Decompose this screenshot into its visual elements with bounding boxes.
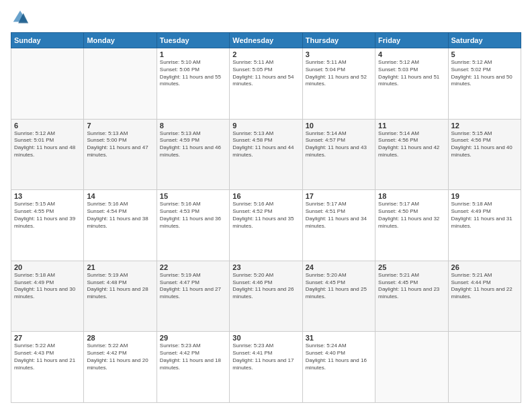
day-number: 30	[232, 334, 299, 342]
day-number: 11	[378, 122, 445, 130]
day-number: 23	[232, 263, 299, 271]
calendar-cell: 11Sunrise: 5:14 AM Sunset: 4:56 PM Dayli…	[375, 119, 448, 190]
day-info: Sunrise: 5:19 AM Sunset: 4:47 PM Dayligh…	[160, 272, 226, 301]
day-info: Sunrise: 5:23 AM Sunset: 4:41 PM Dayligh…	[232, 342, 299, 371]
day-number: 4	[378, 50, 445, 58]
calendar-cell: 6Sunrise: 5:12 AM Sunset: 5:01 PM Daylig…	[11, 119, 84, 190]
logo	[11, 8, 32, 27]
calendar-cell: 7Sunrise: 5:13 AM Sunset: 5:00 PM Daylig…	[84, 119, 157, 190]
col-sunday: Sunday	[11, 33, 84, 48]
calendar-cell: 22Sunrise: 5:19 AM Sunset: 4:47 PM Dayli…	[157, 261, 229, 332]
day-number: 29	[160, 334, 226, 342]
day-info: Sunrise: 5:14 AM Sunset: 4:57 PM Dayligh…	[306, 130, 372, 159]
calendar-cell: 19Sunrise: 5:18 AM Sunset: 4:49 PM Dayli…	[448, 190, 521, 261]
week-row-4: 20Sunrise: 5:18 AM Sunset: 4:49 PM Dayli…	[11, 261, 521, 332]
day-info: Sunrise: 5:21 AM Sunset: 4:44 PM Dayligh…	[451, 272, 518, 301]
day-info: Sunrise: 5:12 AM Sunset: 5:01 PM Dayligh…	[14, 130, 81, 159]
calendar-cell: 4Sunrise: 5:12 AM Sunset: 5:03 PM Daylig…	[375, 48, 448, 120]
week-row-5: 27Sunrise: 5:22 AM Sunset: 4:43 PM Dayli…	[11, 332, 521, 403]
page: Sunday Monday Tuesday Wednesday Thursday…	[0, 0, 532, 411]
day-info: Sunrise: 5:20 AM Sunset: 4:45 PM Dayligh…	[306, 272, 372, 301]
day-info: Sunrise: 5:20 AM Sunset: 4:46 PM Dayligh…	[232, 272, 299, 301]
day-number: 25	[378, 263, 445, 271]
calendar-cell	[11, 48, 84, 120]
day-number: 31	[306, 334, 372, 342]
day-info: Sunrise: 5:14 AM Sunset: 4:56 PM Dayligh…	[378, 130, 445, 159]
calendar-cell: 25Sunrise: 5:21 AM Sunset: 4:45 PM Dayli…	[375, 261, 448, 332]
calendar-body: 1Sunrise: 5:10 AM Sunset: 5:06 PM Daylig…	[11, 48, 521, 403]
calendar-cell: 13Sunrise: 5:15 AM Sunset: 4:55 PM Dayli…	[11, 190, 84, 261]
day-number: 15	[160, 192, 226, 200]
day-info: Sunrise: 5:13 AM Sunset: 4:59 PM Dayligh…	[160, 130, 226, 159]
calendar-cell: 31Sunrise: 5:24 AM Sunset: 4:40 PM Dayli…	[302, 332, 375, 403]
day-number: 18	[378, 192, 445, 200]
calendar-cell: 20Sunrise: 5:18 AM Sunset: 4:49 PM Dayli…	[11, 261, 84, 332]
day-number: 8	[160, 122, 226, 130]
calendar-cell: 9Sunrise: 5:13 AM Sunset: 4:58 PM Daylig…	[230, 119, 302, 190]
day-number: 12	[451, 122, 518, 130]
day-number: 6	[14, 122, 81, 130]
day-info: Sunrise: 5:18 AM Sunset: 4:49 PM Dayligh…	[451, 201, 518, 230]
calendar-cell: 1Sunrise: 5:10 AM Sunset: 5:06 PM Daylig…	[157, 48, 229, 120]
day-number: 24	[306, 263, 372, 271]
col-thursday: Thursday	[302, 33, 375, 48]
day-number: 9	[232, 122, 299, 130]
week-row-2: 6Sunrise: 5:12 AM Sunset: 5:01 PM Daylig…	[11, 119, 521, 190]
calendar-cell: 28Sunrise: 5:22 AM Sunset: 4:42 PM Dayli…	[84, 332, 157, 403]
col-saturday: Saturday	[448, 33, 521, 48]
calendar-cell: 17Sunrise: 5:17 AM Sunset: 4:51 PM Dayli…	[302, 190, 375, 261]
day-info: Sunrise: 5:17 AM Sunset: 4:51 PM Dayligh…	[306, 201, 372, 230]
col-monday: Monday	[84, 33, 157, 48]
calendar-cell: 27Sunrise: 5:22 AM Sunset: 4:43 PM Dayli…	[11, 332, 84, 403]
header	[11, 8, 521, 27]
day-info: Sunrise: 5:16 AM Sunset: 4:53 PM Dayligh…	[160, 201, 226, 230]
calendar-cell: 15Sunrise: 5:16 AM Sunset: 4:53 PM Dayli…	[157, 190, 229, 261]
day-info: Sunrise: 5:13 AM Sunset: 5:00 PM Dayligh…	[87, 130, 153, 159]
day-info: Sunrise: 5:12 AM Sunset: 5:03 PM Dayligh…	[378, 59, 445, 88]
header-row: Sunday Monday Tuesday Wednesday Thursday…	[11, 33, 521, 48]
day-info: Sunrise: 5:23 AM Sunset: 4:42 PM Dayligh…	[160, 342, 226, 371]
calendar-cell: 8Sunrise: 5:13 AM Sunset: 4:59 PM Daylig…	[157, 119, 229, 190]
day-info: Sunrise: 5:15 AM Sunset: 4:55 PM Dayligh…	[14, 201, 81, 230]
calendar-cell: 12Sunrise: 5:15 AM Sunset: 4:56 PM Dayli…	[448, 119, 521, 190]
day-info: Sunrise: 5:10 AM Sunset: 5:06 PM Dayligh…	[160, 59, 226, 88]
day-number: 16	[232, 192, 299, 200]
day-number: 13	[14, 192, 81, 200]
calendar-cell: 16Sunrise: 5:16 AM Sunset: 4:52 PM Dayli…	[230, 190, 302, 261]
calendar-table: Sunday Monday Tuesday Wednesday Thursday…	[11, 32, 521, 403]
calendar-cell: 23Sunrise: 5:20 AM Sunset: 4:46 PM Dayli…	[230, 261, 302, 332]
day-info: Sunrise: 5:21 AM Sunset: 4:45 PM Dayligh…	[378, 272, 445, 301]
col-wednesday: Wednesday	[230, 33, 302, 48]
day-info: Sunrise: 5:16 AM Sunset: 4:52 PM Dayligh…	[232, 201, 299, 230]
day-number: 10	[306, 122, 372, 130]
day-info: Sunrise: 5:11 AM Sunset: 5:04 PM Dayligh…	[306, 59, 372, 88]
day-info: Sunrise: 5:15 AM Sunset: 4:56 PM Dayligh…	[451, 130, 518, 159]
day-number: 5	[451, 50, 518, 58]
calendar-cell: 24Sunrise: 5:20 AM Sunset: 4:45 PM Dayli…	[302, 261, 375, 332]
day-number: 3	[306, 50, 372, 58]
calendar-cell: 26Sunrise: 5:21 AM Sunset: 4:44 PM Dayli…	[448, 261, 521, 332]
day-number: 14	[87, 192, 153, 200]
day-info: Sunrise: 5:17 AM Sunset: 4:50 PM Dayligh…	[378, 201, 445, 230]
calendar-cell: 21Sunrise: 5:19 AM Sunset: 4:48 PM Dayli…	[84, 261, 157, 332]
calendar-cell: 5Sunrise: 5:12 AM Sunset: 5:02 PM Daylig…	[448, 48, 521, 120]
day-number: 26	[451, 263, 518, 271]
day-number: 21	[87, 263, 153, 271]
day-number: 2	[232, 50, 299, 58]
calendar-cell: 29Sunrise: 5:23 AM Sunset: 4:42 PM Dayli…	[157, 332, 229, 403]
day-info: Sunrise: 5:22 AM Sunset: 4:42 PM Dayligh…	[87, 342, 153, 371]
day-info: Sunrise: 5:11 AM Sunset: 5:05 PM Dayligh…	[232, 59, 299, 88]
calendar-cell: 18Sunrise: 5:17 AM Sunset: 4:50 PM Dayli…	[375, 190, 448, 261]
day-number: 28	[87, 334, 153, 342]
day-number: 1	[160, 50, 226, 58]
day-info: Sunrise: 5:22 AM Sunset: 4:43 PM Dayligh…	[14, 342, 81, 371]
calendar-cell: 10Sunrise: 5:14 AM Sunset: 4:57 PM Dayli…	[302, 119, 375, 190]
day-number: 7	[87, 122, 153, 130]
logo-icon	[11, 8, 30, 27]
day-info: Sunrise: 5:19 AM Sunset: 4:48 PM Dayligh…	[87, 272, 153, 301]
day-number: 20	[14, 263, 81, 271]
calendar-cell	[84, 48, 157, 120]
calendar-cell: 3Sunrise: 5:11 AM Sunset: 5:04 PM Daylig…	[302, 48, 375, 120]
day-info: Sunrise: 5:16 AM Sunset: 4:54 PM Dayligh…	[87, 201, 153, 230]
week-row-1: 1Sunrise: 5:10 AM Sunset: 5:06 PM Daylig…	[11, 48, 521, 120]
